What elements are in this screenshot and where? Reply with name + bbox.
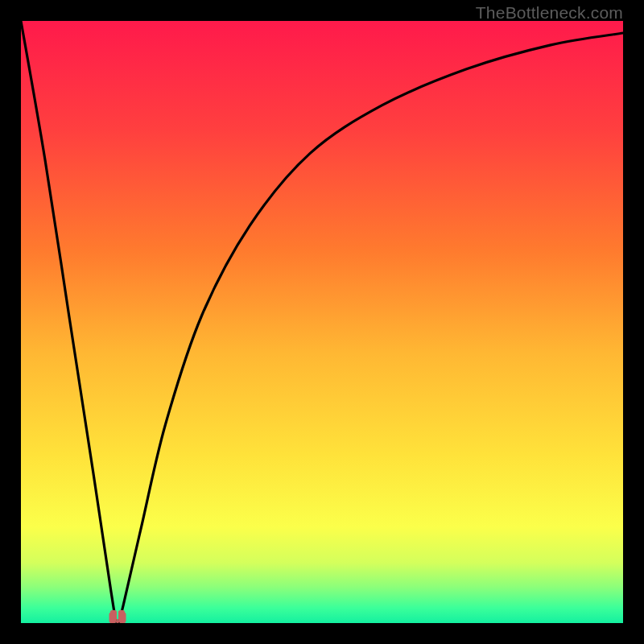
chart-frame: TheBottleneck.com [0, 0, 644, 644]
optimum-marker [107, 609, 128, 623]
bottleneck-curve [21, 21, 623, 623]
watermark-text: TheBottleneck.com [476, 3, 623, 23]
plot-area [21, 21, 623, 623]
